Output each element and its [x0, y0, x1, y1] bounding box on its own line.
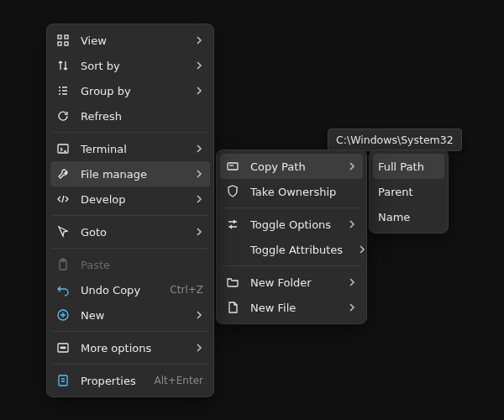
menuitem-toggle-options[interactable]: Toggle Options [220, 212, 363, 237]
sort-icon [55, 58, 71, 73]
undo-icon [55, 282, 71, 297]
file-icon [225, 300, 240, 315]
context-menu: View Sort by Group by Refresh Terminal F… [46, 24, 214, 397]
menuitem-label: Goto [81, 226, 180, 239]
chevron-right-icon [192, 311, 203, 319]
svg-rect-5 [58, 144, 68, 153]
svg-rect-2 [65, 35, 68, 39]
chevron-right-icon [192, 170, 203, 178]
chevron-right-icon [192, 87, 203, 95]
menuitem-label: More options [81, 342, 180, 354]
menuitem-file-manage[interactable]: File manage [50, 161, 210, 186]
refresh-icon [55, 108, 71, 123]
separator [52, 331, 208, 332]
menuitem-sort-by[interactable]: Sort by [50, 53, 210, 78]
menuitem-label: Parent [378, 186, 438, 198]
menuitem-toggle-attributes[interactable]: Toggle Attributes [220, 237, 363, 262]
menuitem-new-file[interactable]: New File [220, 295, 363, 320]
svg-rect-13 [59, 375, 67, 386]
menuitem-label: Take Ownership [250, 186, 356, 198]
chevron-right-icon [192, 144, 203, 153]
chevron-right-icon [192, 195, 203, 203]
chevron-right-icon [192, 61, 203, 70]
chevron-right-icon [192, 344, 203, 352]
menuitem-label: Develop [81, 193, 180, 206]
menuitem-shortcut: Alt+Enter [154, 375, 203, 386]
menuitem-properties[interactable]: Properties Alt+Enter [50, 368, 210, 393]
separator [222, 265, 361, 266]
properties-icon [55, 373, 71, 388]
menuitem-label: Copy Path [250, 160, 333, 173]
chevron-right-icon [344, 278, 356, 286]
menuitem-label: Sort by [81, 60, 180, 72]
chevron-right-icon [344, 220, 356, 228]
group-icon [55, 83, 71, 98]
submenu-copypath: Full Path Parent Name [369, 150, 449, 234]
copy-path-icon [225, 159, 240, 174]
menuitem-new-folder[interactable]: New Folder [220, 270, 363, 295]
chevron-right-icon [192, 228, 203, 236]
menuitem-group-by[interactable]: Group by [50, 78, 210, 103]
menuitem-undo-copy[interactable]: Undo Copy Ctrl+Z [50, 277, 210, 302]
svg-rect-0 [228, 163, 238, 170]
svg-point-12 [64, 347, 66, 349]
menuitem-view[interactable]: View [50, 28, 210, 53]
menuitem-terminal[interactable]: Terminal [50, 136, 210, 161]
menuitem-label: File manage [81, 168, 180, 181]
chevron-right-icon [192, 36, 203, 45]
chevron-right-icon [354, 245, 366, 254]
svg-rect-1 [58, 35, 61, 39]
menuitem-goto[interactable]: Goto [50, 219, 210, 244]
wrench-icon [55, 166, 71, 181]
menuitem-label: View [81, 34, 180, 47]
menuitem-label: Terminal [81, 143, 180, 155]
menuitem-label: Toggle Options [250, 218, 333, 231]
separator [52, 364, 208, 365]
separator [52, 132, 208, 133]
menuitem-label: New Folder [250, 276, 333, 289]
more-icon [55, 340, 71, 355]
separator [52, 248, 208, 249]
menuitem-label: Undo Copy [81, 284, 155, 297]
menuitem-parent[interactable]: Parent [373, 179, 444, 204]
menuitem-label: Properties [81, 375, 139, 387]
menuitem-take-ownership[interactable]: Take Ownership [220, 179, 363, 204]
menuitem-label: Full Path [378, 160, 438, 173]
menuitem-more-options[interactable]: More options [50, 335, 210, 360]
separator [52, 215, 208, 216]
shield-icon [225, 184, 240, 199]
menuitem-refresh[interactable]: Refresh [50, 103, 210, 129]
menuitem-develop[interactable]: Develop [50, 186, 210, 212]
svg-rect-4 [65, 42, 68, 45]
menuitem-label: Refresh [81, 110, 203, 123]
svg-rect-3 [58, 42, 61, 45]
chevron-right-icon [344, 162, 356, 171]
menuitem-label: New File [250, 302, 333, 314]
menuitem-label: Paste [81, 259, 203, 271]
menuitem-label: Name [378, 211, 438, 223]
grid-icon [55, 33, 71, 48]
menuitem-label: New [81, 309, 180, 322]
menuitem-copy-path[interactable]: Copy Path [220, 154, 363, 179]
menuitem-name[interactable]: Name [373, 204, 444, 229]
toggle-icon [225, 217, 240, 232]
menuitem-shortcut: Ctrl+Z [170, 284, 203, 296]
separator [222, 207, 361, 208]
code-icon [55, 192, 71, 207]
folder-icon [225, 275, 240, 290]
cursor-icon [55, 224, 71, 239]
menuitem-paste: Paste [50, 252, 210, 277]
tooltip-path: C:\Windows\System32 [328, 129, 462, 151]
chevron-right-icon [344, 303, 356, 312]
terminal-icon [55, 141, 71, 156]
paste-icon [55, 257, 71, 272]
menuitem-label: Group by [81, 85, 180, 97]
menuitem-full-path[interactable]: Full Path [373, 154, 444, 179]
menuitem-label: Toggle Attributes [250, 244, 343, 256]
submenu-filemanage: Copy Path Take Ownership Toggle Options … [216, 150, 367, 324]
menuitem-new[interactable]: New [50, 302, 210, 328]
plus-circle-icon [55, 307, 71, 323]
